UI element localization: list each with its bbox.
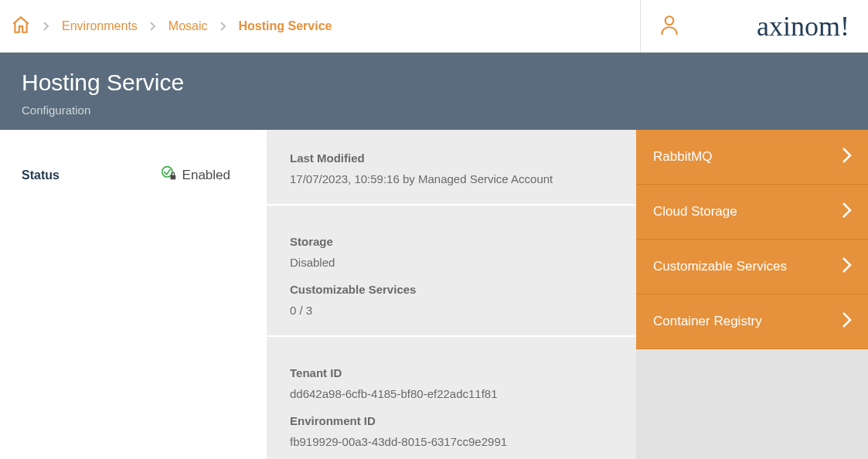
last-modified-value: 17/07/2023, 10:59:16 by Managed Service … [290, 172, 613, 185]
brand-logo: axinom! [757, 10, 849, 42]
breadcrumb-current: Hosting Service [239, 19, 332, 33]
nav-item-label: Container Registry [653, 314, 762, 329]
status-text: Enabled [182, 168, 230, 183]
page-subtitle: Configuration [22, 104, 846, 117]
customizable-services-label: Customizable Services [290, 283, 613, 296]
check-lock-icon [161, 165, 176, 185]
main: Status Enabled Last Modified 17/07/2023,… [0, 130, 868, 459]
nav-item-label: Cloud Storage [653, 204, 737, 219]
right-column: RabbitMQ Cloud Storage Customizable Serv… [636, 130, 868, 459]
chevron-right-icon [842, 147, 853, 168]
topbar: Environments Mosaic Hosting Service axin… [0, 0, 868, 53]
tenant-id-label: Tenant ID [290, 366, 613, 379]
storage-value: Disabled [290, 256, 613, 269]
nav-item-label: Customizable Services [653, 259, 787, 274]
topbar-right: axinom! [640, 0, 868, 53]
chevron-right-icon [220, 22, 226, 31]
status-row: Status Enabled [22, 165, 230, 185]
nav-item-label: RabbitMQ [653, 149, 713, 165]
home-icon[interactable] [11, 15, 31, 38]
environment-id-value: fb919929-00a3-43dd-8015-6317cc9e2991 [290, 435, 613, 448]
breadcrumb: Environments Mosaic Hosting Service [0, 0, 332, 53]
chevron-right-icon [150, 22, 156, 31]
customizable-services-value: 0 / 3 [290, 304, 613, 317]
nav-item-customizable-services[interactable]: Customizable Services [636, 240, 868, 294]
card-storage: Storage Disabled Customizable Services 0… [267, 213, 636, 337]
user-icon[interactable] [659, 14, 679, 39]
status-value: Enabled [161, 165, 230, 185]
breadcrumb-items: Environments Mosaic Hosting Service [43, 19, 332, 33]
titlebar: Hosting Service Configuration [0, 53, 868, 130]
chevron-right-icon [842, 257, 853, 277]
nav-item-rabbitmq[interactable]: RabbitMQ [636, 130, 868, 185]
left-column: Status Enabled [0, 130, 267, 459]
storage-label: Storage [290, 235, 613, 248]
nav-item-container-registry[interactable]: Container Registry [636, 294, 868, 349]
breadcrumb-link-mosaic[interactable]: Mosaic [168, 19, 208, 33]
card-last-modified: Last Modified 17/07/2023, 10:59:16 by Ma… [267, 130, 636, 206]
page-title: Hosting Service [22, 70, 846, 96]
environment-id-label: Environment ID [290, 414, 613, 427]
mid-column: Last Modified 17/07/2023, 10:59:16 by Ma… [267, 130, 636, 459]
svg-rect-2 [170, 175, 175, 180]
chevron-right-icon [842, 311, 853, 332]
card-ids: Tenant ID dd642a98-6cfb-4185-bf80-ef22ad… [267, 345, 636, 459]
last-modified-label: Last Modified [290, 151, 613, 165]
breadcrumb-link-environments[interactable]: Environments [62, 19, 138, 33]
chevron-right-icon [43, 22, 49, 31]
status-label: Status [22, 168, 60, 182]
svg-point-0 [665, 16, 674, 25]
nav-item-cloud-storage[interactable]: Cloud Storage [636, 185, 868, 240]
chevron-right-icon [842, 202, 853, 223]
tenant-id-value: dd642a98-6cfb-4185-bf80-ef22adc11f81 [290, 387, 613, 400]
